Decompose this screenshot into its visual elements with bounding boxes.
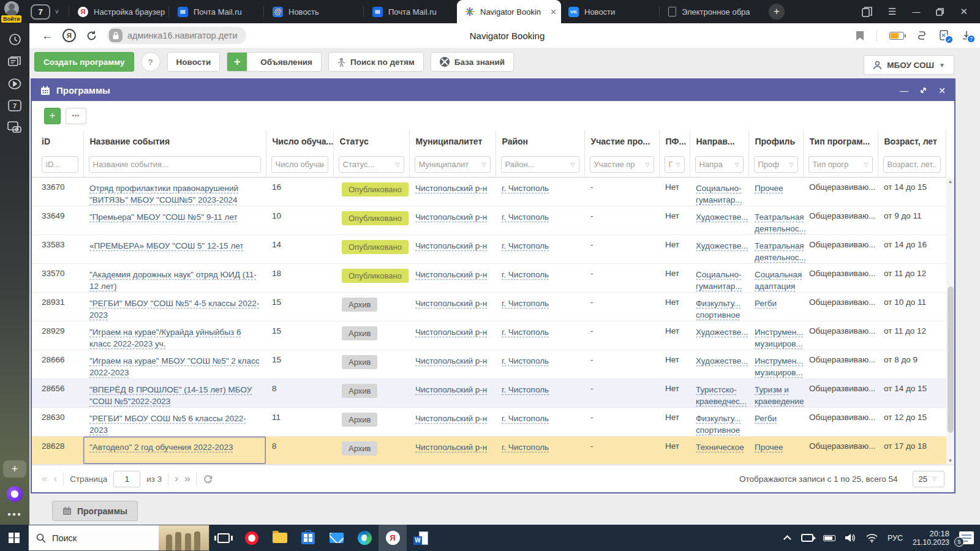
window-minimize-icon[interactable]: — (900, 86, 908, 96)
close-window-icon[interactable]: ✕ (960, 6, 968, 17)
table-row[interactable]: 28630 "РЕГБИ" МБОУ СОШ №5 6 классы 2022-… (32, 407, 946, 436)
program-name-link[interactable]: "Премьера" МБОУ "СОШ №5" 9-11 лет (89, 212, 238, 222)
program-name-link[interactable]: "Играем на курае" МБОУ "СОШ №5" 2 класс … (89, 356, 260, 377)
more-actions-button[interactable]: ••• (66, 108, 86, 124)
filter-select[interactable] (415, 157, 482, 172)
program-name-link[interactable]: "Автодело" 2 год обучения 2022-2023 (89, 443, 233, 452)
direction-link[interactable]: Художестве... (696, 326, 748, 338)
dropdown-arrow-icon[interactable]: ▽ (676, 162, 684, 168)
create-program-button[interactable]: Создать программу (34, 52, 134, 72)
tray-battery-icon[interactable] (823, 535, 835, 541)
downloads-icon[interactable]: 7 (962, 31, 971, 40)
direction-link[interactable]: Физкульту... спортивное (696, 413, 741, 436)
language-indicator[interactable]: РУС (888, 534, 903, 542)
meet-now-icon[interactable] (801, 534, 813, 542)
direction-link[interactable]: Художестве... (696, 211, 748, 223)
file-explorer-taskbar-icon[interactable] (266, 525, 294, 551)
municipality-link[interactable]: Чистопольский р-н (415, 385, 487, 394)
sidebar-more-icon[interactable]: ●●● (7, 511, 22, 517)
district-link[interactable]: г. Чистополь (502, 414, 549, 423)
column-header[interactable]: iD (32, 130, 83, 152)
tab-education[interactable]: Электронное обра (661, 0, 760, 23)
column-header[interactable]: ПФ... (659, 130, 690, 152)
municipality-link[interactable]: Чистопольский р-н (415, 443, 487, 452)
dropdown-arrow-icon[interactable]: ▽ (482, 162, 490, 168)
window-header[interactable]: Программы — ✕ (32, 80, 954, 101)
hidden-icons-chevron[interactable] (783, 535, 791, 543)
municipality-link[interactable]: Чистопольский р-н (415, 356, 487, 365)
profile-link[interactable]: Инструмен... музициров... (755, 326, 804, 350)
column-header[interactable]: Профиль (748, 130, 803, 152)
side-panel-icon[interactable] (862, 7, 872, 17)
column-header[interactable]: Возраст, лет (878, 130, 946, 152)
tab-news-1[interactable]: @ Новость (265, 0, 362, 23)
scroll-down-icon[interactable]: ▼ (946, 457, 954, 465)
table-row[interactable]: 28628 "Автодело" 2 год обучения 2022-202… (32, 436, 946, 464)
tab-mail-2[interactable]: ✉ Почта Mail.ru (365, 0, 457, 23)
dropdown-arrow-icon[interactable]: ▽ (646, 162, 654, 168)
battery-icon[interactable] (889, 32, 904, 40)
municipality-link[interactable]: Чистопольский р-н (415, 241, 487, 250)
add-record-button[interactable]: + (44, 108, 61, 124)
dropdown-arrow-icon[interactable]: ▽ (571, 162, 579, 168)
window-close-icon[interactable]: ✕ (938, 86, 946, 96)
direction-link[interactable]: Техническое (696, 441, 744, 453)
direction-link[interactable]: Художестве... (696, 355, 748, 367)
column-header[interactable]: Тип програм... (803, 130, 878, 152)
yandex-home-icon[interactable]: Я (62, 29, 76, 42)
menu-icon[interactable]: ☰ (888, 6, 896, 17)
child-search-button[interactable]: Поиск по детям (328, 52, 424, 72)
vertical-scrollbar[interactable]: ▲ ▼ (946, 178, 954, 465)
refresh-icon[interactable] (203, 474, 213, 484)
program-name-link[interactable]: Отряд профилактики правонарушений "ВИТЯЗ… (89, 184, 238, 204)
lock-icon[interactable] (109, 29, 123, 42)
table-row[interactable]: 28656 "ВПЕРЁД В ПРОШЛОЕ" (14-15 лет) МБО… (32, 378, 946, 407)
program-name-link[interactable]: "ВПЕРЁД В ПРОШЛОЕ" (14-15 лет) МБОУ "СОШ… (89, 385, 252, 406)
municipality-link[interactable]: Чистопольский р-н (415, 328, 487, 337)
taskbar-search[interactable]: Поиск (28, 525, 209, 551)
filter-select[interactable] (502, 157, 571, 172)
municipality-link[interactable]: Чистопольский р-н (415, 184, 487, 193)
tab-browser-settings[interactable]: Я Настройка браузер (70, 0, 167, 23)
district-link[interactable]: г. Чистополь (502, 212, 549, 222)
page-number-input[interactable] (113, 471, 140, 487)
microsoft-store-taskbar-icon[interactable] (294, 525, 322, 551)
column-header[interactable]: Участие про... (584, 130, 659, 152)
search-highlight-image[interactable] (159, 525, 209, 550)
browser-signin[interactable]: Войти (0, 0, 23, 23)
filter-select[interactable] (755, 157, 790, 172)
prev-page-button[interactable]: ‹ (53, 473, 57, 485)
municipality-link[interactable]: Чистопольский р-н (415, 414, 487, 423)
district-link[interactable]: г. Чистополь (502, 241, 549, 250)
video-icon[interactable] (8, 78, 21, 90)
window-resize-icon[interactable] (919, 86, 927, 94)
account-button[interactable]: МБОУ СОШ ▼ (864, 55, 954, 75)
dropdown-arrow-icon[interactable]: ▽ (396, 162, 404, 168)
volume-icon[interactable] (845, 533, 856, 542)
column-header[interactable]: Название события (83, 130, 266, 152)
direction-link[interactable]: Туристско- краеведчес... (696, 384, 747, 407)
dropdown-arrow-icon[interactable]: ▽ (790, 162, 797, 168)
filter-select[interactable] (696, 157, 735, 172)
filter-select[interactable] (665, 157, 676, 172)
filter-input[interactable] (884, 157, 941, 172)
column-header[interactable]: Статус (333, 130, 409, 152)
dropdown-arrow-icon[interactable]: ▽ (864, 162, 872, 168)
filter-input[interactable] (89, 157, 260, 172)
column-header[interactable]: Муниципалитет (409, 130, 496, 152)
dropdown-arrow-icon[interactable]: ▽ (735, 162, 743, 168)
district-link[interactable]: г. Чистополь (502, 328, 549, 337)
programs-taskbar-button[interactable]: Программы (52, 501, 138, 521)
profile-link[interactable]: Инструмен... музициров... (755, 355, 804, 378)
district-link[interactable]: г. Чистополь (502, 356, 549, 365)
scroll-up-icon[interactable]: ▲ (946, 178, 954, 186)
tab-counter-button[interactable]: 7 (31, 4, 50, 20)
start-button[interactable] (0, 525, 28, 551)
direction-link[interactable]: Социально- гуманитар... (696, 269, 742, 292)
history-icon[interactable] (9, 33, 21, 46)
page-size-select[interactable]: 25 ▽ (913, 471, 944, 487)
next-page-button[interactable]: › (175, 473, 178, 485)
sidebar-add-button[interactable]: + (3, 460, 26, 478)
program-name-link[interactable]: "РЕГБИ" МБОУ СОШ №5 6 классы 2022-2023 (89, 414, 246, 435)
first-page-button[interactable]: « (42, 473, 47, 485)
